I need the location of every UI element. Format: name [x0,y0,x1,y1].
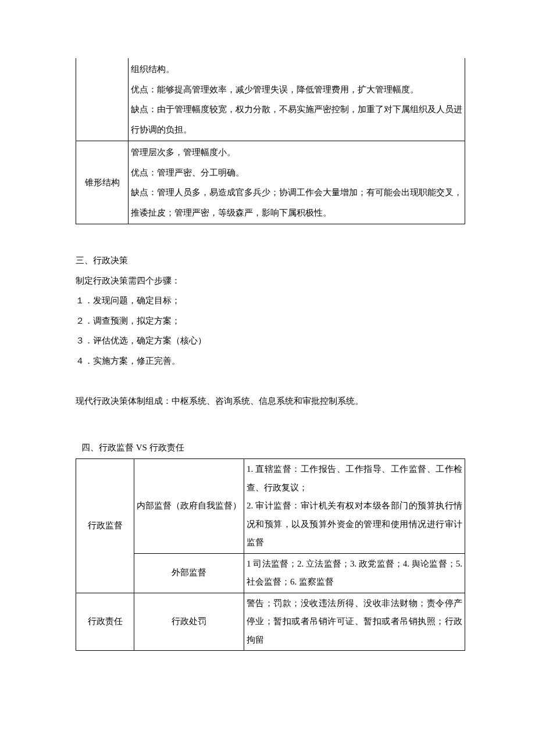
table-row: 组织结构。优点：能够提高管理效率，减少管理失误，降低管理费用，扩大管理幅度。缺点… [76,58,465,141]
table-row: 行政责任 行政处罚 警告；罚款；没收违法所得、没收非法财物；责令停产停业；暂扣或… [76,593,465,651]
cell-label: 外部监督 [134,553,244,593]
cell-content: 1. 直辖监督：工作报告、工作指导、工作监督、工作检查、行政复议；2. 审计监督… [244,459,465,554]
paragraph: 制定行政决策需四个步骤： [76,271,465,291]
table-row: 外部监督 1 司法监督；2. 立法监督；3. 政党监督；4. 舆论监督；5. 社… [76,553,465,593]
cell-content: 1 司法监督；2. 立法监督；3. 政党监督；4. 舆论监督；5. 社会监督；6… [244,553,465,593]
list-item: ３．评估优选，确定方案（核心） [76,331,465,351]
cell-content: 管理层次多，管理幅度小。优点：管理严密、分工明确。缺点：管理人员多，易造成官多兵… [129,141,465,224]
cell-content: 警告；罚款；没收违法所得、没收非法财物；责令停产停业；暂扣或者吊销许可证、暂扣或… [244,593,465,651]
cell-label: 行政监督 [76,459,134,593]
paragraph: 现代行政决策体制组成：中枢系统、咨询系统、信息系统和审批控制系统。 [76,391,465,411]
table-row: 行政监督 内部监督（政府自我监督） 1. 直辖监督：工作报告、工作指导、工作监督… [76,459,465,554]
list-item: １．发现问题，确定目标； [76,291,465,311]
list-item: ４．实施方案，修正完善。 [76,351,465,371]
structure-table: 组织结构。优点：能够提高管理效率，减少管理失误，降低管理费用，扩大管理幅度。缺点… [76,58,465,224]
cell-label: 锥形结构 [76,141,129,224]
table-row: 锥形结构 管理层次多，管理幅度小。优点：管理严密、分工明确。缺点：管理人员多，易… [76,141,465,224]
section-3: 三、行政决策 制定行政决策需四个步骤： １．发现问题，确定目标； ２．调查预测，… [76,250,465,411]
section-title: 四、行政监督 VS 行政责任 [76,438,465,458]
list-item: ２．调查预测，拟定方案； [76,311,465,331]
supervision-table: 行政监督 内部监督（政府自我监督） 1. 直辖监督：工作报告、工作指导、工作监督… [76,458,465,651]
section-title: 三、行政决策 [76,250,465,271]
cell-label: 内部监督（政府自我监督） [134,459,244,554]
cell-label: 行政处罚 [134,593,244,651]
cell-label [76,58,129,141]
cell-label: 行政责任 [76,593,134,651]
cell-content: 组织结构。优点：能够提高管理效率，减少管理失误，降低管理费用，扩大管理幅度。缺点… [129,58,465,141]
